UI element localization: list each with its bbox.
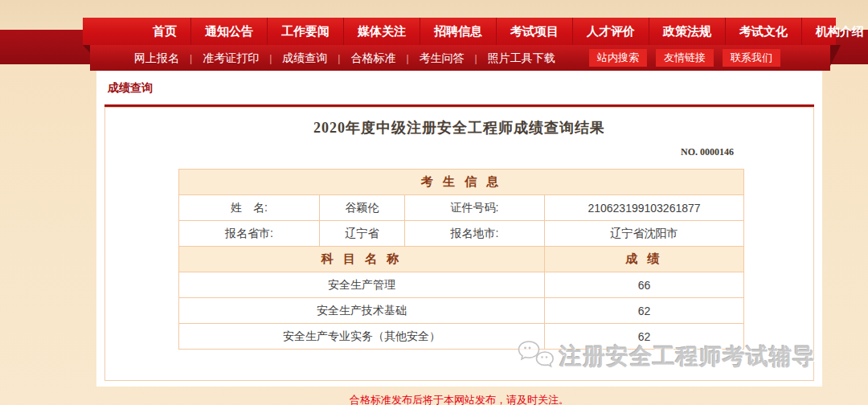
nav-item-photo-tool[interactable]: 照片工具下载 [465, 45, 555, 72]
name-value: 谷颖伦 [320, 195, 405, 221]
nav-item-score-query[interactable]: 成绩查询 [259, 45, 327, 72]
table-row: 报名省市: 辽宁省 报名地市: 辽宁省沈阳市 [179, 221, 744, 247]
nav-item-home[interactable]: 首页 [139, 18, 191, 45]
content-panel: 成绩查询 2020年度中级注册安全工程师成绩查询结果 NO. 0000146 考… [96, 71, 822, 387]
friend-links-button[interactable]: 友情链接 [656, 49, 714, 67]
breadcrumb: 成绩查询 [108, 81, 153, 96]
nav-item-talent-eval[interactable]: 人才评价 [573, 18, 649, 45]
nav-item-work-news[interactable]: 工作要闻 [268, 18, 344, 45]
candidate-info-header: 考 生 信 息 [179, 170, 744, 195]
score-column-header: 成 绩 [545, 247, 744, 272]
nav-item-media[interactable]: 媒体关注 [344, 18, 420, 45]
subject-name: 安全生产技术基础 [179, 298, 545, 324]
table-row: 安全生产技术基础 62 [179, 298, 744, 324]
site-search-button[interactable]: 站内搜索 [589, 49, 647, 67]
subject-column-header: 科 目 名 称 [179, 247, 545, 272]
table-row: 姓 名: 谷颖伦 证件号码: 210623199103261877 [179, 195, 744, 221]
city-value: 辽宁省沈阳市 [545, 221, 744, 247]
utility-buttons: 站内搜索 友情链接 联系我们 [580, 45, 780, 71]
page-title: 2020年度中级注册安全工程师成绩查询结果 [105, 118, 813, 137]
nav-item-candidate-faq[interactable]: 考生问答 [395, 45, 464, 72]
city-label: 报名地市: [405, 221, 545, 247]
primary-nav: 首页 通知公告 工作要闻 媒体关注 招聘信息 考试项目 人才评价 政策法规 考试… [83, 18, 836, 45]
subject-name: 安全生产专业实务（其他安全） [179, 324, 545, 350]
table-row: 考 生 信 息 [179, 170, 744, 195]
nav-item-exam-culture[interactable]: 考试文化 [726, 18, 802, 45]
province-value: 辽宁省 [320, 221, 405, 247]
nav-item-about[interactable]: 机构介绍 [802, 18, 868, 45]
subject-score: 62 [545, 298, 744, 324]
contact-us-button[interactable]: 联系我们 [723, 49, 780, 67]
table-row: 科 目 名 称 成 绩 [179, 247, 744, 272]
province-label: 报名省市: [179, 221, 320, 247]
nav-item-policies[interactable]: 政策法规 [649, 18, 726, 45]
pass-standard-notice: 合格标准发布后将于本网站发布，请及时关注。 [105, 393, 813, 405]
secondary-nav: 网上报名 准考证打印 成绩查询 合格标准 考生问答 照片工具下载 站内搜索 友情… [90, 45, 830, 71]
watermark-text: 注册安全工程师考试辅导 [559, 342, 816, 372]
subject-name: 安全生产管理 [179, 272, 545, 298]
name-label: 姓 名: [179, 195, 320, 221]
subject-score: 66 [545, 272, 744, 298]
nav-item-exam-projects[interactable]: 考试项目 [497, 18, 573, 45]
chat-bubbles-icon [518, 339, 555, 374]
nav-item-online-registration[interactable]: 网上报名 [134, 45, 179, 72]
nav-item-notices[interactable]: 通知公告 [191, 18, 268, 45]
primary-nav-list: 首页 通知公告 工作要闻 媒体关注 招聘信息 考试项目 人才评价 政策法规 考试… [83, 18, 868, 45]
score-result-table: 考 生 信 息 姓 名: 谷颖伦 证件号码: 21062319910326187… [178, 169, 744, 350]
id-number-value: 210623199103261877 [545, 195, 744, 221]
nav-item-recruitment[interactable]: 招聘信息 [420, 18, 497, 45]
nav-item-pass-standard[interactable]: 合格标准 [327, 45, 395, 72]
nav-item-admission-ticket[interactable]: 准考证打印 [179, 45, 259, 72]
table-row: 安全生产管理 66 [179, 272, 744, 298]
watermark: 注册安全工程师考试辅导 [518, 339, 816, 374]
serial-number: NO. 0000146 [681, 146, 734, 158]
id-number-label: 证件号码: [405, 195, 545, 221]
